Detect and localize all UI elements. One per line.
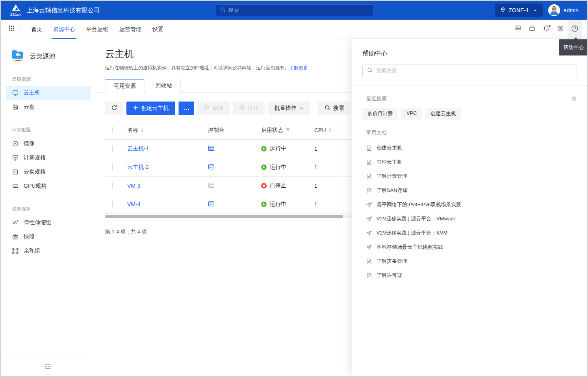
sort-carets-icon[interactable]	[328, 127, 332, 133]
learn-more-link[interactable]: 了解更多	[289, 65, 308, 70]
batch-actions-label: 批量操作	[275, 105, 297, 112]
sidebar-item-云盘规格[interactable]: 云盘规格	[6, 165, 91, 179]
toolbar: 创建云主机 启动 停止 批量	[105, 102, 352, 115]
sort-carets-icon[interactable]	[141, 127, 144, 133]
filter-funnel-icon[interactable]	[286, 127, 290, 133]
select-all-checkbox[interactable]	[112, 127, 113, 134]
create-vm-split-button: 创建云主机	[126, 102, 194, 115]
recent-search-tag[interactable]: VPC	[401, 108, 422, 120]
doc-link-label: 了解计费管理	[377, 173, 407, 180]
create-vm-label: 创建云主机	[141, 105, 169, 112]
doc-link[interactable]: 了解许可证	[362, 268, 577, 283]
row-checkbox[interactable]	[112, 145, 113, 152]
console-terminal-icon[interactable]	[208, 145, 215, 152]
sidebar-item-云盘[interactable]: 云盘	[6, 100, 91, 114]
document-icon	[366, 159, 372, 165]
sidebar-item-镜像[interactable]: 镜像	[6, 137, 91, 151]
column-name-label: 名称	[127, 127, 138, 134]
vm-name-link[interactable]: VM-3	[127, 183, 140, 189]
more-actions-button[interactable]	[178, 102, 194, 115]
zone-selector[interactable]: ZONE-1	[495, 4, 543, 17]
column-console-label: 控制台	[208, 127, 224, 133]
username: admin	[564, 7, 579, 13]
vm-name-link[interactable]: VM-4	[127, 201, 140, 207]
sidebar-item-计算规格[interactable]: 计算规格	[6, 151, 91, 165]
vm-state-cell: 运行中	[261, 145, 314, 152]
doc-link[interactable]: 了解灾备管理	[362, 254, 577, 268]
sidebar-title: 云资源池	[30, 52, 55, 61]
recent-search-tag[interactable]: 多价目计费	[362, 108, 398, 120]
start-vm-button[interactable]: 启动	[197, 102, 230, 115]
vm-name-link[interactable]: 云主机-2	[127, 164, 148, 171]
doc-link-label: 扁平网络下的IPv4+IPv6双栈场景实践	[377, 201, 462, 208]
doc-link[interactable]: 了解计费管理	[362, 169, 577, 183]
console-dashboard-button[interactable]	[511, 20, 525, 39]
vm-monitor-icon	[12, 90, 19, 96]
common-docs-list: 创建云主机管理云主机了解计费管理了解SAN存储扁平网络下的IPv4+IPv6双栈…	[362, 141, 577, 283]
doc-link[interactable]: 本地存储场景云主机快照实践	[362, 240, 577, 254]
row-checkbox[interactable]	[112, 182, 113, 189]
row-checkbox[interactable]	[112, 164, 113, 171]
help-center-tooltip: 帮助中心	[559, 39, 588, 55]
nav-item-资源中心[interactable]: 资源中心	[48, 20, 81, 39]
user-menu[interactable]: admin	[548, 4, 579, 16]
nav-item-设置[interactable]: 设置	[147, 20, 169, 39]
tab-回收站[interactable]: 回收站	[147, 79, 181, 93]
sidebar-item-GPU规格[interactable]: GPU规格	[6, 179, 91, 193]
tab-可用资源[interactable]: 可用资源	[105, 79, 145, 93]
navbar-right-icons	[511, 20, 582, 39]
sidebar-item-云主机[interactable]: 云主机	[6, 86, 91, 100]
search-icon	[220, 7, 226, 14]
operation-history-button[interactable]	[553, 20, 568, 39]
sidebar-item-快照[interactable]: 快照	[6, 230, 91, 244]
recent-search-tag[interactable]: 创建云主机	[425, 108, 461, 120]
doc-link[interactable]: 创建云主机	[362, 141, 577, 155]
snapshot-camera-icon	[12, 234, 19, 240]
help-center-button[interactable]	[568, 20, 582, 39]
refresh-icon	[111, 105, 117, 112]
help-search-input[interactable]: 搜索资源	[362, 65, 577, 77]
global-search-input[interactable]: 搜索	[216, 4, 373, 16]
console-terminal-icon[interactable]	[208, 164, 215, 170]
app-grid-button[interactable]	[5, 20, 18, 39]
scrollbar-thumb[interactable]	[105, 215, 343, 218]
vm-name-cell: VM-4	[127, 201, 208, 207]
nav-item-首页[interactable]: 首页	[26, 20, 48, 39]
row-checkbox[interactable]	[112, 201, 113, 208]
doc-link[interactable]: 管理云主机	[362, 155, 577, 169]
doc-link[interactable]: 扁平网络下的IPv4+IPv6双栈场景实践	[362, 198, 577, 212]
sidebar-item-弹性伸缩组[interactable]: 弹性伸缩组	[6, 216, 91, 230]
nav-item-运营管理[interactable]: 运营管理	[114, 20, 147, 39]
horizontal-scrollbar[interactable]	[105, 215, 352, 218]
clear-recent-button[interactable]	[571, 96, 577, 102]
sidebar-item-label: 镜像	[24, 140, 35, 147]
vm-state-cell: 运行中	[261, 201, 314, 208]
resource-package-button[interactable]	[525, 20, 539, 39]
global-search-placeholder: 搜索	[228, 7, 239, 14]
batch-actions-button[interactable]: 批量操作	[268, 102, 310, 115]
doc-link[interactable]: 了解SAN存储	[362, 183, 577, 198]
column-cpu[interactable]: CPU	[314, 127, 352, 133]
console-terminal-icon[interactable]	[208, 201, 215, 207]
create-vm-button[interactable]: 创建云主机	[126, 102, 175, 115]
table-search-button[interactable]: 搜索	[318, 102, 351, 115]
column-name[interactable]: 名称	[127, 127, 208, 134]
vm-console-cell	[208, 182, 261, 190]
doc-link[interactable]: V2V迁移实践 | 源云平台：KVM	[362, 226, 577, 240]
operation-history-icon	[557, 25, 564, 33]
nav-items: 首页资源中心平台运维运营管理设置	[26, 20, 169, 39]
sidebar-collapse-button[interactable]	[6, 358, 89, 376]
document-icon	[366, 145, 372, 151]
refresh-button[interactable]	[105, 102, 123, 115]
notification-badge	[548, 25, 551, 28]
vm-cpu-value: 1	[314, 201, 317, 207]
stop-vm-button[interactable]: 停止	[233, 102, 265, 115]
doc-link[interactable]: V2V迁移实践 | 源云平台：VMware	[362, 212, 577, 226]
search-icon	[367, 67, 373, 74]
notifications-button[interactable]	[539, 20, 553, 39]
zstack-logo[interactable]: ZStack	[10, 4, 21, 17]
common-docs-section: 常用文档	[362, 129, 577, 136]
vm-name-link[interactable]: 云主机-1	[127, 145, 148, 152]
sidebar-item-亲和组[interactable]: 亲和组	[6, 244, 91, 258]
nav-item-平台运维[interactable]: 平台运维	[81, 20, 114, 39]
